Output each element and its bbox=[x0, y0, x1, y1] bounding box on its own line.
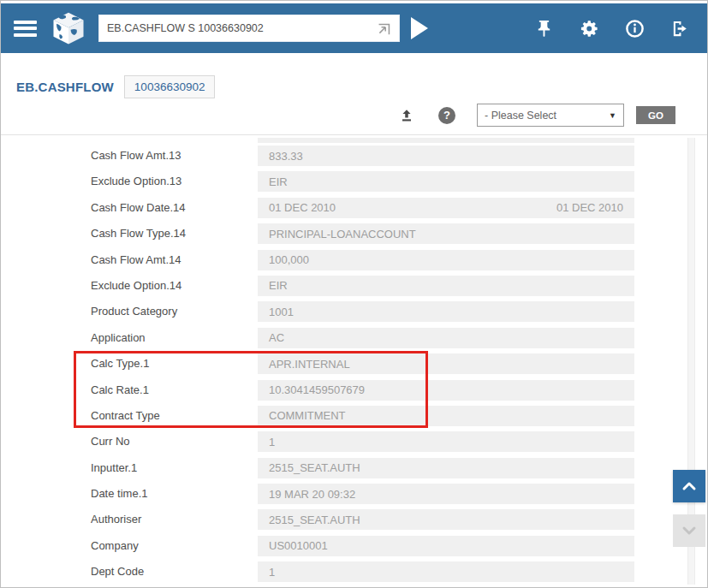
field-value-text: 833.33 bbox=[269, 150, 303, 163]
field-row: Cash Flow Date.14 01 DEC 201001 DEC 2010 bbox=[1, 198, 707, 223]
field-row: Exclude Option.14 EIR bbox=[1, 276, 707, 301]
field-row: Product Category 1001 bbox=[1, 301, 707, 327]
field-row-highlighted: Calc Rate.1 10.3041459507679 bbox=[1, 380, 707, 406]
field-row-highlighted: Contract Type COMMITMENT bbox=[1, 406, 707, 431]
field-row: Authoriser 2515_SEAT.AUTH bbox=[1, 509, 707, 535]
field-value: 1001 bbox=[258, 301, 634, 322]
upload-icon[interactable] bbox=[398, 107, 415, 124]
field-value: EIR bbox=[258, 276, 634, 296]
pushpin-icon[interactable] bbox=[534, 19, 554, 39]
field-value-text: 1001 bbox=[269, 306, 294, 318]
go-button[interactable]: GO bbox=[636, 106, 675, 124]
field-row: Cash Flow Type.14 PRINCIPAL-LOANACCOUNT bbox=[1, 223, 707, 249]
field-value: 01 DEC 201001 DEC 2010 bbox=[258, 198, 634, 218]
field-label: Curr No bbox=[91, 431, 130, 452]
field-value: AC bbox=[258, 328, 634, 348]
field-label: Company bbox=[91, 536, 139, 556]
field-value: 1 bbox=[258, 431, 634, 452]
field-label: Cash Flow Amt.14 bbox=[91, 250, 181, 270]
field-value: 10.3041459507679 bbox=[258, 380, 634, 401]
field-label: Calc Rate.1 bbox=[91, 380, 149, 401]
chevron-down-icon bbox=[679, 520, 699, 541]
gear-icon[interactable] bbox=[580, 19, 599, 39]
app-bar bbox=[1, 3, 707, 53]
globe-cube-logo-icon bbox=[51, 10, 86, 46]
field-row: Cash Flow Amt.14 100,000 bbox=[1, 250, 707, 276]
field-label: Cash Flow Type.14 bbox=[91, 223, 186, 244]
field-value-text: 19 MAR 20 09:32 bbox=[269, 488, 355, 501]
field-row: Dept Code 1 bbox=[1, 561, 707, 587]
field-rows: Cash Flow Amt.13 833.33 Exclude Option.1… bbox=[1, 146, 707, 588]
field-label: Inputter.1 bbox=[91, 458, 137, 478]
field-row: Company US0010001 bbox=[1, 536, 707, 561]
field-label: Calc Type.1 bbox=[91, 353, 149, 374]
field-row: Cash Flow Amt.13 833.33 bbox=[1, 146, 707, 171]
record-title-group: EB.CASHFLOW 10036630902 bbox=[16, 75, 215, 98]
record-toolbar: ? - Please Select ▼ GO bbox=[398, 104, 675, 127]
field-row: Application AC bbox=[1, 328, 707, 353]
record-content: Cash Flow Amt.13 833.33 Exclude Option.1… bbox=[1, 138, 707, 588]
field-value-text-right: 01 DEC 2010 bbox=[556, 201, 623, 214]
help-icon[interactable]: ? bbox=[438, 107, 455, 124]
please-select-dropdown[interactable]: - Please Select ▼ bbox=[477, 104, 624, 127]
dropdown-selected-value: - Please Select bbox=[485, 110, 556, 122]
app-bar-actions bbox=[534, 19, 694, 39]
field-label: Cash Flow Amt.13 bbox=[91, 146, 181, 166]
field-value: 100,000 bbox=[258, 250, 634, 270]
chevron-up-icon bbox=[679, 476, 699, 496]
field-value: 2515_SEAT.AUTH bbox=[258, 509, 634, 530]
field-label: Exclude Option.13 bbox=[91, 171, 181, 192]
field-row: Date time.1 19 MAR 20 09:32 bbox=[1, 484, 707, 509]
field-row-highlighted: Calc Type.1 APR.INTERNAL bbox=[1, 353, 707, 379]
field-value-text: 1 bbox=[269, 436, 275, 448]
scroll-down-button[interactable] bbox=[673, 514, 705, 547]
field-value: EIR bbox=[258, 171, 634, 192]
field-value-text: 10.3041459507679 bbox=[269, 383, 365, 396]
field-value-text: EIR bbox=[269, 175, 288, 188]
field-value-text: PRINCIPAL-LOANACCOUNT bbox=[269, 228, 416, 241]
field-value: US0010001 bbox=[258, 536, 634, 556]
scroll-up-button[interactable] bbox=[673, 470, 705, 502]
field-value-text: 1 bbox=[269, 566, 275, 579]
dropdown-caret-icon: ▼ bbox=[609, 111, 616, 120]
field-row: Inputter.1 2515_SEAT.AUTH bbox=[1, 458, 707, 484]
field-value-text: AC bbox=[269, 331, 284, 344]
command-input[interactable] bbox=[107, 22, 377, 34]
field-value-text: 100,000 bbox=[269, 253, 309, 266]
field-value-text: US0010001 bbox=[269, 539, 328, 552]
field-value: 2515_SEAT.AUTH bbox=[258, 458, 634, 478]
field-value: COMMITMENT bbox=[258, 406, 634, 426]
record-header: EB.CASHFLOW 10036630902 ? - Please Selec… bbox=[1, 53, 707, 135]
command-line bbox=[98, 15, 400, 42]
field-label: Product Category bbox=[91, 301, 177, 322]
field-value-text: 2515_SEAT.AUTH bbox=[269, 461, 360, 474]
field-label: Authoriser bbox=[91, 509, 141, 530]
partial-row-bar bbox=[258, 138, 634, 143]
field-value: 19 MAR 20 09:32 bbox=[258, 484, 634, 504]
field-value-text: EIR bbox=[269, 279, 288, 292]
field-label: Cash Flow Date.14 bbox=[91, 198, 186, 218]
field-value: APR.INTERNAL bbox=[258, 353, 634, 374]
field-row: Curr No 1 bbox=[1, 431, 707, 457]
field-value-text: APR.INTERNAL bbox=[269, 358, 350, 371]
open-in-window-icon[interactable] bbox=[377, 21, 391, 36]
record-title: EB.CASHFLOW bbox=[16, 80, 114, 94]
app-window: EB.CASHFLOW 10036630902 ? - Please Selec… bbox=[0, 0, 708, 588]
field-value: PRINCIPAL-LOANACCOUNT bbox=[258, 223, 634, 244]
menu-icon[interactable] bbox=[14, 17, 37, 39]
field-value-text: 2515_SEAT.AUTH bbox=[269, 514, 360, 526]
field-value: 1 bbox=[258, 561, 634, 582]
record-id-badge[interactable]: 10036630902 bbox=[124, 75, 216, 98]
field-label: Date time.1 bbox=[91, 484, 147, 504]
field-row: Exclude Option.13 EIR bbox=[1, 171, 707, 197]
field-label: Contract Type bbox=[91, 406, 160, 426]
sign-out-icon[interactable] bbox=[670, 19, 690, 39]
info-circle-icon[interactable] bbox=[625, 19, 645, 39]
field-label: Dept Code bbox=[91, 561, 144, 582]
field-label: Application bbox=[91, 328, 146, 348]
field-value-text: 01 DEC 2010 bbox=[269, 201, 336, 214]
field-value-text: COMMITMENT bbox=[269, 409, 346, 422]
help-glyph: ? bbox=[443, 109, 450, 122]
run-play-button[interactable] bbox=[411, 17, 428, 39]
field-label: Exclude Option.14 bbox=[91, 276, 181, 296]
